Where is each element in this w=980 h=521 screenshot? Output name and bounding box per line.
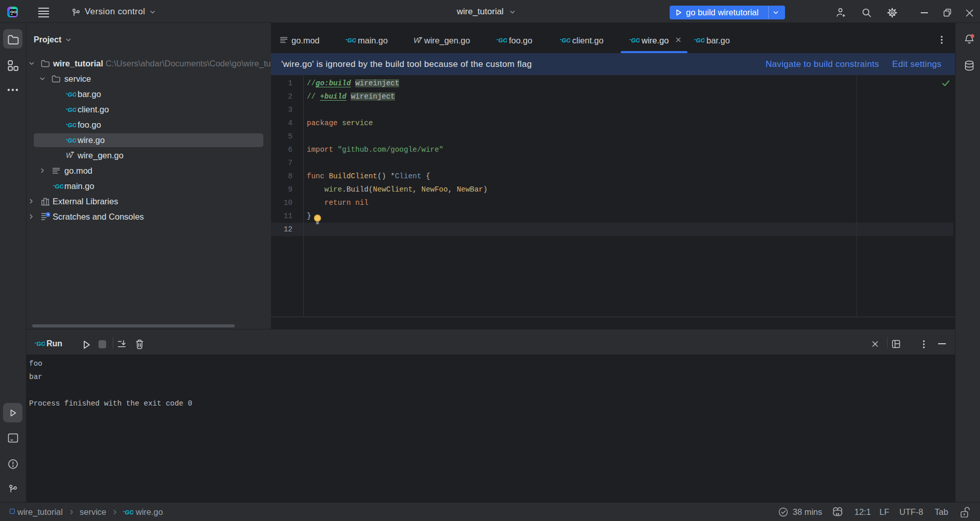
svg-text:GO: GO [68,122,76,128]
svg-text:GO: GO [696,37,704,43]
svg-text:GO: GO [68,91,76,98]
svg-text:GO: GO [68,137,76,144]
svg-text:GO: GO [499,37,507,43]
svg-text:GO: GO [348,37,356,43]
svg-text:GO: GO [37,341,45,347]
svg-text:GO: GO [125,509,133,515]
svg-text:GO: GO [68,107,76,113]
svg-text:GO: GO [631,37,640,43]
svg-text:GO: GO [55,183,63,190]
svg-text:GO: GO [562,37,570,43]
